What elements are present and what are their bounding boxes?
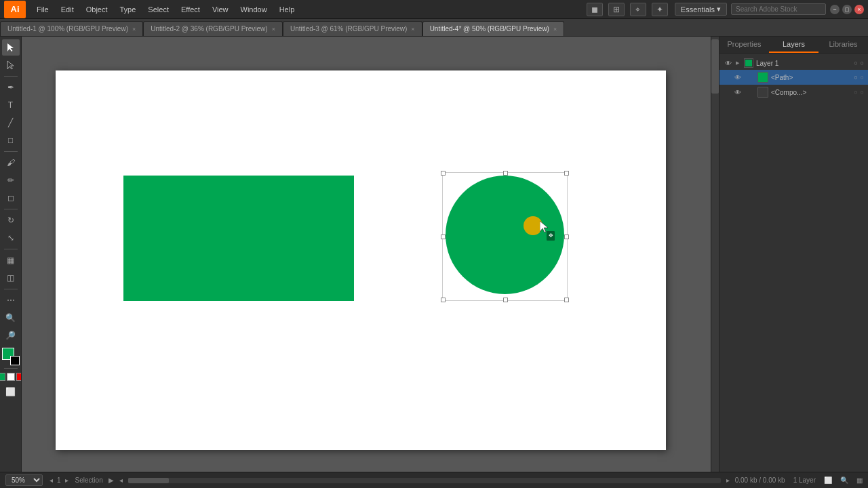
mode-icon-4[interactable]: ✦ [652, 3, 668, 16]
mode-icon-3[interactable]: ⌖ [630, 3, 646, 16]
layer-options-icon[interactable]: ○ [861, 60, 864, 66]
handle-top-right[interactable] [564, 171, 569, 176]
handle-top-left[interactable] [441, 171, 446, 176]
minimize-button[interactable]: − [830, 5, 840, 14]
color-preview[interactable] [2, 348, 20, 365]
maximize-button[interactable]: □ [842, 5, 852, 14]
blend-tool[interactable]: ⋯ [2, 292, 20, 308]
eyedropper-tool[interactable]: 🔍 [2, 310, 20, 326]
canvas-scrollbar[interactable] [711, 37, 719, 472]
essentials-button[interactable]: Essentials ▾ [675, 3, 727, 16]
menu-effect[interactable]: Effect [176, 4, 205, 15]
handle-bottom-right[interactable] [564, 298, 569, 302]
tab-1-label: Untitled-1 @ 100% (RGB/GPU Preview) [7, 25, 128, 33]
type-tool[interactable]: T [2, 97, 20, 113]
essentials-label: Essentials [681, 5, 715, 14]
menu-select[interactable]: Select [142, 4, 174, 15]
window-controls: − □ × [830, 5, 864, 14]
eraser-tool[interactable]: ◻ [2, 190, 20, 206]
zoom-select[interactable]: 50% 100% 200% [5, 474, 43, 486]
line-tool[interactable]: ╱ [2, 115, 20, 131]
tab-4-close[interactable]: × [553, 26, 557, 33]
swatch-green[interactable] [0, 373, 5, 381]
menu-view[interactable]: View [207, 4, 234, 15]
tab-2[interactable]: Untitled-2 @ 36% (RGB/GPU Preview) × [143, 21, 283, 36]
compound-lock-icon[interactable]: ○ [854, 89, 857, 96]
green-rectangle[interactable] [123, 176, 354, 301]
play-icon[interactable]: ▶ [108, 476, 114, 484]
close-button[interactable]: × [854, 5, 864, 14]
gradient-tool[interactable]: ◫ [2, 270, 20, 286]
panel-tabs: Properties Layers Libraries [719, 37, 868, 54]
search-panel-icon[interactable]: 🔍 [840, 476, 848, 484]
handle-bottom-left[interactable] [441, 298, 446, 302]
tab-1[interactable]: Untitled-1 @ 100% (RGB/GPU Preview) × [0, 21, 143, 36]
tab-4[interactable]: Untitled-4* @ 50% (RGB/GPU Preview) × [422, 21, 565, 36]
direct-selection-tool[interactable] [2, 57, 20, 73]
menu-help[interactable]: Help [274, 4, 300, 15]
path-target-icon[interactable]: ○ [861, 74, 864, 81]
scale-tool[interactable]: ⤡ [2, 230, 20, 246]
path-thumb [757, 72, 768, 83]
swatch-white[interactable] [7, 373, 15, 381]
tab-1-close[interactable]: × [132, 26, 136, 33]
svg-marker-1 [7, 61, 14, 69]
panel-icon[interactable]: ▦ [856, 476, 863, 484]
swatch-red[interactable] [16, 373, 22, 381]
timeline-scrollbar[interactable] [128, 478, 721, 483]
rect-tool[interactable]: □ [2, 132, 20, 148]
layer-row-path[interactable]: 👁 <Path> ○ ○ [719, 70, 868, 85]
tab-3[interactable]: Untitled-3 @ 61% (RGB/GPU Preview) × [283, 21, 422, 36]
mode-icon-2[interactable]: ⊞ [608, 3, 625, 16]
tabs-bar: Untitled-1 @ 100% (RGB/GPU Preview) × Un… [0, 19, 868, 37]
menu-right: ◼ ⊞ ⌖ ✦ Essentials ▾ − □ × [584, 3, 864, 16]
tab-libraries[interactable]: Libraries [818, 37, 868, 53]
compound-target-icon[interactable]: ○ [861, 89, 864, 96]
pencil-tool[interactable]: ✏ [2, 172, 20, 188]
timeline-thumb[interactable] [128, 478, 169, 483]
zoom-control[interactable]: 50% 100% 200% [5, 474, 43, 486]
rotate-tool[interactable]: ↻ [2, 212, 20, 228]
zoom-tool[interactable]: 🔎 [2, 327, 20, 344]
layer-row-layer1[interactable]: 👁 ▶ Layer 1 ○ ○ [719, 56, 868, 70]
search-input[interactable] [731, 3, 826, 15]
background-color[interactable] [10, 356, 20, 365]
menu-object[interactable]: Object [81, 4, 113, 15]
green-circle[interactable] [446, 176, 564, 294]
selection-tool[interactable] [2, 39, 20, 56]
pen-tool[interactable]: ✒ [2, 79, 20, 96]
next-page-button[interactable]: ▸ [64, 476, 70, 484]
graph-tool[interactable]: ▦ [2, 252, 20, 268]
paintbrush-tool[interactable]: 🖌 [2, 155, 20, 171]
artboard-tool[interactable]: ⬜ [2, 384, 20, 400]
tab-layers[interactable]: Layers [769, 37, 818, 53]
layer-lock-icon[interactable]: ○ [854, 60, 857, 66]
compound-name: <Compo...> [771, 89, 851, 96]
compound-visibility-icon[interactable]: 👁 [733, 87, 743, 97]
scroll-thumb[interactable] [711, 39, 719, 94]
handle-middle-right[interactable] [564, 235, 569, 239]
scroll-right-icon[interactable]: ▸ [726, 476, 730, 484]
canvas-area[interactable]: ✥ [22, 37, 711, 472]
scroll-left-icon[interactable]: ◂ [119, 476, 123, 484]
handle-bottom-center[interactable] [503, 298, 508, 302]
expand-arrow[interactable]: ▶ [736, 60, 741, 66]
tab-properties[interactable]: Properties [719, 37, 769, 53]
chevron-down-icon: ▾ [717, 5, 721, 14]
handle-top-center[interactable] [503, 171, 508, 176]
menu-type[interactable]: Type [115, 4, 142, 15]
mode-icon-1[interactable]: ◼ [587, 3, 603, 16]
artboard-icon[interactable]: ⬜ [824, 476, 832, 484]
menu-edit[interactable]: Edit [56, 4, 79, 15]
menu-window[interactable]: Window [235, 4, 273, 15]
tab-3-close[interactable]: × [411, 26, 414, 33]
prev-page-button[interactable]: ◂ [48, 476, 54, 484]
toolbar-separator-6 [4, 368, 18, 369]
handle-middle-left[interactable] [441, 235, 446, 239]
path-lock-icon[interactable]: ○ [854, 74, 857, 81]
layer-visibility-icon[interactable]: 👁 [724, 58, 733, 68]
menu-file[interactable]: File [31, 4, 54, 15]
tab-2-close[interactable]: × [272, 26, 275, 33]
layer-row-compound[interactable]: 👁 <Compo...> ○ ○ [719, 85, 868, 100]
path-visibility-icon[interactable]: 👁 [733, 73, 743, 82]
